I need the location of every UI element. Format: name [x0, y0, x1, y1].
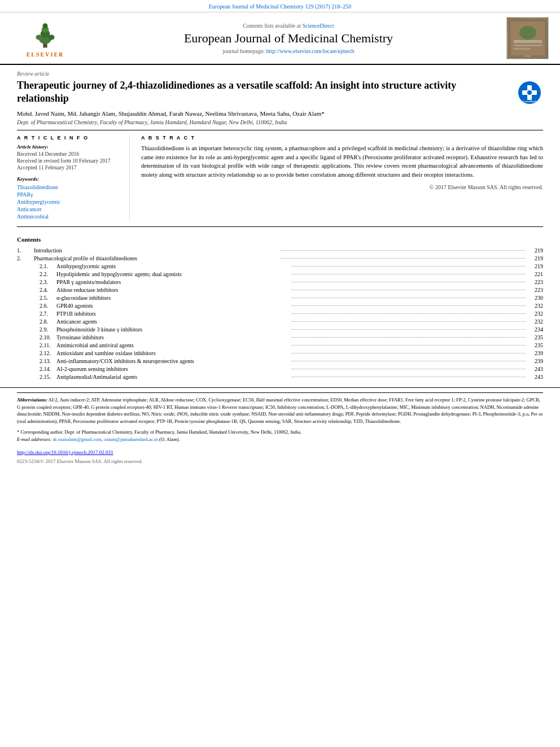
toc-label: Anticancer agents	[56, 318, 290, 325]
toc-label: Antioxidant and xanthine oxidase inhibit…	[56, 350, 290, 356]
svg-text:EJMC: EJMC	[524, 55, 531, 58]
toc-page: 221	[527, 271, 543, 277]
toc-num: 2.5.	[40, 295, 56, 301]
toc-label: Hypolipidemic and hypoglycemic agents; d…	[56, 271, 290, 277]
crossmark-icon: CrossMark	[518, 81, 541, 104]
svg-point-6	[48, 34, 54, 40]
toc-label: Tyrosinase inhibitors	[56, 334, 290, 340]
abstract-copyright: © 2017 Elsevier Masson SAS. All rights r…	[141, 184, 543, 190]
toc-label: GPR40 agonists	[56, 303, 290, 309]
svg-text:CrossMark: CrossMark	[523, 100, 537, 103]
toc-page: 239	[527, 358, 543, 364]
toc-num: 2.3.	[40, 279, 56, 285]
elsevier-tree-icon	[28, 19, 62, 50]
toc-page: 243	[527, 374, 543, 380]
email-link-2[interactable]: oaium@jamiahamdard.ac.in	[104, 436, 158, 442]
toc-label: Antimicrobial and antiviral agents	[56, 342, 290, 348]
toc-page: 234	[527, 326, 543, 333]
toc-label: Antihyperglycemic agents	[56, 263, 290, 269]
toc-label: α-glucosidase inhibitors	[56, 295, 290, 301]
toc-dots	[281, 258, 526, 259]
toc-label: Introduction	[34, 247, 279, 254]
toc-item-2-7: 2.7. PTP1B inhibitors 232	[17, 311, 543, 317]
svg-rect-12	[514, 48, 531, 50]
article-info-column: A R T I C L E I N F O Article history: R…	[17, 135, 130, 221]
keyword-anticancer[interactable]: Anticancer	[17, 206, 121, 212]
toc-label: Anti-inflammatory/COX inhibitors & neuro…	[56, 358, 290, 364]
toc-item-2: 2. Pharmacological profile of thiazolidi…	[17, 255, 543, 261]
toc-page: 223	[527, 287, 543, 293]
toc-dots	[292, 377, 526, 377]
toc-page: 219	[527, 255, 543, 261]
toc-dots	[292, 345, 526, 346]
divider-bottom	[17, 226, 543, 227]
toc-dots	[292, 369, 526, 369]
abbreviations-block: Abbreviations: AI-2, Auto inducer-2; ATP…	[17, 396, 543, 425]
svg-rect-10	[514, 40, 542, 43]
review-article-label: Review article	[17, 71, 543, 77]
toc-item-2-9: 2.9. Phosphoinositide 3 kinase γ inhibit…	[17, 326, 543, 333]
contents-title: Contents	[17, 236, 543, 243]
abbreviations-text: AI-2, Auto inducer-2; ATP, Adenosine tri…	[17, 397, 543, 424]
toc-item-1: 1. Introduction 219	[17, 247, 543, 254]
toc-item-2-12: 2.12. Antioxidant and xanthine oxidase i…	[17, 350, 543, 356]
toc-dots	[292, 361, 526, 361]
keyword-antimicrobial[interactable]: Antimicrobial	[17, 213, 121, 220]
toc-page: 239	[527, 350, 543, 356]
keyword-antihyperglycemic[interactable]: Antihyperglycemic	[17, 199, 121, 205]
toc-label: Aldose reductase inhibitors	[56, 287, 290, 293]
toc-dots	[292, 290, 526, 290]
toc-num: 2.2.	[40, 271, 56, 277]
abbreviations-label: Abbreviations:	[17, 397, 47, 403]
toc-dots	[292, 274, 526, 274]
toc-dots	[292, 305, 526, 306]
article-title-text: Therapeutic journey of 2,4-thiazolidined…	[17, 80, 456, 104]
doi-link[interactable]: http://dx.doi.org/10.1016/j.ejmech.2017.…	[17, 449, 113, 455]
toc-num: 2.11.	[40, 342, 56, 348]
toc-label: PTP1B inhibitors	[56, 311, 290, 317]
toc-item-2-5: 2.5. α-glucosidase inhibitors 230	[17, 295, 543, 301]
toc-dots	[292, 266, 526, 267]
toc-label: PPAR γ agonists/modulators	[56, 279, 290, 285]
email-link-1[interactable]: dr.ozairalam@gmail.com	[53, 436, 101, 442]
copyright-footer: 0223-5234/© 2017 Elsevier Masson SAS. Al…	[0, 457, 560, 469]
journal-citation: European Journal of Medicinal Chemistry …	[209, 3, 351, 10]
footnote-divider	[17, 392, 543, 393]
two-column-layout: A R T I C L E I N F O Article history: R…	[17, 135, 543, 221]
svg-point-4	[42, 23, 47, 28]
toc-item-2-6: 2.6. GPR40 agonists 232	[17, 303, 543, 309]
history-label: Article history:	[17, 144, 121, 150]
toc-num: 2.1.	[40, 263, 56, 269]
email-section: E-mail addresses: dr.ozairalam@gmail.com…	[17, 436, 543, 443]
footnotes-section: Abbreviations: AI-2, Auto inducer-2; ATP…	[0, 387, 560, 448]
toc-num: 2.10.	[40, 334, 56, 340]
toc-item-2-8: 2.8. Anticancer agents 232	[17, 318, 543, 325]
toc-dots	[292, 282, 526, 282]
article-info-header: A R T I C L E I N F O	[17, 135, 121, 141]
toc-num: 2.9.	[40, 326, 56, 333]
toc-num: 2.13.	[40, 358, 56, 364]
keyword-thiazolidinedione[interactable]: Thiazolidinedione	[17, 184, 121, 190]
toc-page: 232	[527, 303, 543, 309]
accepted-date: Accepted 11 February 2017	[17, 165, 121, 171]
homepage-link[interactable]: http://www.elsevier.com/locate/ejmech	[266, 48, 355, 54]
svg-point-17	[527, 90, 532, 95]
toc-page: 232	[527, 311, 543, 317]
toc-label: Phosphoinositide 3 kinase γ inhibitors	[56, 326, 290, 333]
svg-point-5	[36, 34, 42, 40]
toc-item-2-1: 2.1. Antihyperglycemic agents 219	[17, 263, 543, 269]
toc-num: 1.	[17, 247, 34, 254]
journal-bar: European Journal of Medicinal Chemistry …	[0, 0, 560, 12]
crossmark[interactable]: CrossMark	[516, 79, 543, 106]
elsevier-wordmark: ELSEVIER	[27, 51, 64, 58]
toc-item-2-2: 2.2. Hypolipidemic and hypoglycemic agen…	[17, 271, 543, 277]
toc-page: 230	[527, 295, 543, 301]
sd-prefix: Contents lists available at	[243, 23, 300, 29]
toc-num: 2.8.	[40, 318, 56, 325]
doi-section: http://dx.doi.org/10.1016/j.ejmech.2017.…	[0, 447, 560, 457]
toc-item-2-14: 2.14. AI-2-quorum sensing inhibitors 243	[17, 366, 543, 372]
toc-item-2-11: 2.11. Antimicrobial and antiviral agents…	[17, 342, 543, 348]
science-direct-link[interactable]: ScienceDirect	[302, 23, 334, 29]
toc-label: Pharmacological profile of thiazolidined…	[34, 255, 279, 261]
keyword-ppary[interactable]: PPARγ	[17, 191, 121, 198]
